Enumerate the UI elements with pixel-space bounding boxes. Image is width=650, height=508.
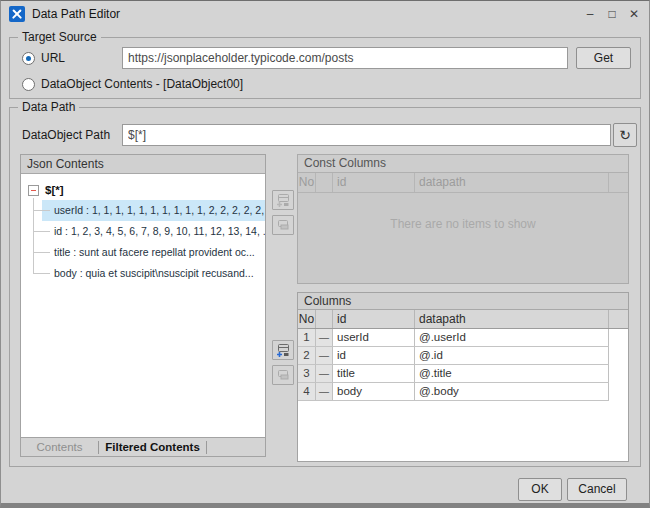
- row-number: 1: [298, 329, 316, 346]
- empty-message: There are no items to show: [298, 217, 628, 231]
- col-header-handle: [316, 310, 333, 328]
- dataobject-radio-label: DataObject Contents - [DataObject00]: [41, 77, 243, 91]
- json-contents-panel: Json Contents $[*] userId : 1, 1, 1, 1, …: [20, 154, 266, 457]
- row-number: 4: [298, 383, 316, 400]
- remove-table-row-icon: [276, 369, 290, 382]
- col-header-no: No: [298, 173, 316, 192]
- cell-id[interactable]: body: [333, 383, 415, 400]
- const-columns-panel: Const Columns No id datapath There are n…: [297, 154, 629, 284]
- url-radio-circle[interactable]: [22, 52, 35, 65]
- close-button[interactable]: ✕: [623, 2, 645, 26]
- row-number: 3: [298, 365, 316, 382]
- dataobject-radio[interactable]: DataObject Contents - [DataObject00]: [22, 77, 243, 91]
- table-row[interactable]: 3 — title @.title: [298, 365, 609, 383]
- cancel-button[interactable]: Cancel: [567, 478, 627, 501]
- remove-const-column-button[interactable]: [272, 215, 294, 235]
- columns-panel: Columns No id datapath 1 — userId @.user…: [297, 292, 629, 462]
- collapse-icon[interactable]: [28, 185, 39, 196]
- const-columns-header: Const Columns: [298, 155, 628, 173]
- url-input[interactable]: [122, 47, 568, 69]
- json-tree: $[*] userId : 1, 1, 1, 1, 1, 1, 1, 1, 1,…: [21, 175, 265, 437]
- tab-filtered-contents[interactable]: Filtered Contents: [99, 438, 206, 456]
- tab-contents[interactable]: Contents: [21, 438, 98, 456]
- data-path-label: Data Path: [18, 100, 79, 114]
- cell-id[interactable]: id: [333, 347, 415, 364]
- target-source-label: Target Source: [18, 30, 101, 44]
- col-header-handle: [316, 173, 333, 192]
- const-columns-table-header: No id datapath: [298, 173, 628, 193]
- contents-tab-bar: Contents Filtered Contents: [21, 437, 265, 456]
- row-number: 2: [298, 347, 316, 364]
- tree-root-label: $[*]: [45, 184, 64, 196]
- cell-datapath[interactable]: @.id: [415, 347, 609, 364]
- data-path-editor-dialog: Data Path Editor – □ ✕ Target Source URL…: [0, 0, 650, 508]
- minimize-button[interactable]: –: [579, 2, 601, 26]
- remove-table-row-icon: [276, 219, 290, 232]
- table-row[interactable]: 1 — userId @.userId: [298, 329, 609, 347]
- dataobject-path-label: DataObject Path: [22, 128, 110, 142]
- target-source-group: Target Source URL Get DataObject Content…: [9, 37, 641, 99]
- tree-item-title[interactable]: title : sunt aut facere repellat provide…: [21, 242, 265, 263]
- row-handle-icon[interactable]: —: [316, 365, 333, 382]
- tree-item-body[interactable]: body : quia et suscipit\nsuscipit recusa…: [21, 263, 265, 284]
- table-row[interactable]: 4 — body @.body: [298, 383, 609, 401]
- col-header-no: No: [298, 310, 316, 328]
- dataobject-path-input[interactable]: [122, 124, 611, 146]
- add-column-button[interactable]: [272, 340, 294, 360]
- app-logo-icon: [9, 6, 25, 22]
- url-radio[interactable]: URL: [22, 51, 65, 65]
- cell-datapath[interactable]: @.body: [415, 383, 609, 400]
- col-header-datapath: datapath: [415, 310, 609, 328]
- ok-button[interactable]: OK: [518, 478, 562, 501]
- col-header-id: id: [333, 173, 415, 192]
- tree-item-id[interactable]: id : 1, 2, 3, 4, 5, 6, 7, 8, 9, 10, 11, …: [21, 221, 265, 242]
- col-header-spacer: [609, 173, 628, 192]
- tab-separator: [206, 441, 207, 454]
- col-header-spacer: [609, 310, 628, 328]
- json-contents-header: Json Contents: [21, 155, 265, 174]
- cell-id[interactable]: title: [333, 365, 415, 382]
- remove-column-button[interactable]: [272, 365, 294, 385]
- add-table-row-icon: [276, 194, 290, 207]
- columns-table-header: No id datapath: [298, 310, 628, 329]
- row-handle-icon[interactable]: —: [316, 383, 333, 400]
- col-header-datapath: datapath: [415, 173, 609, 192]
- cell-datapath[interactable]: @.title: [415, 365, 609, 382]
- add-const-column-button[interactable]: [272, 190, 294, 210]
- data-path-group: Data Path DataObject Path ↻ Json Content…: [9, 107, 641, 467]
- cell-id[interactable]: userId: [333, 329, 415, 346]
- add-table-row-icon: [276, 344, 290, 357]
- tree-root-node[interactable]: $[*]: [21, 180, 265, 200]
- row-handle-icon[interactable]: —: [316, 329, 333, 346]
- url-radio-label: URL: [41, 51, 65, 65]
- cell-datapath[interactable]: @.userId: [415, 329, 609, 346]
- refresh-icon: ↻: [619, 127, 631, 143]
- maximize-button[interactable]: □: [601, 2, 623, 26]
- table-row[interactable]: 2 — id @.id: [298, 347, 609, 365]
- refresh-button[interactable]: ↻: [613, 123, 637, 147]
- dataobject-radio-circle[interactable]: [22, 78, 35, 91]
- tree-item-userid[interactable]: userId : 1, 1, 1, 1, 1, 1, 1, 1, 1, 1, 2…: [21, 200, 265, 221]
- get-button[interactable]: Get: [576, 47, 631, 69]
- col-header-id: id: [333, 310, 415, 328]
- row-handle-icon[interactable]: —: [316, 347, 333, 364]
- window-title: Data Path Editor: [32, 7, 120, 21]
- title-bar: Data Path Editor – □ ✕: [1, 1, 649, 27]
- columns-header: Columns: [298, 293, 628, 310]
